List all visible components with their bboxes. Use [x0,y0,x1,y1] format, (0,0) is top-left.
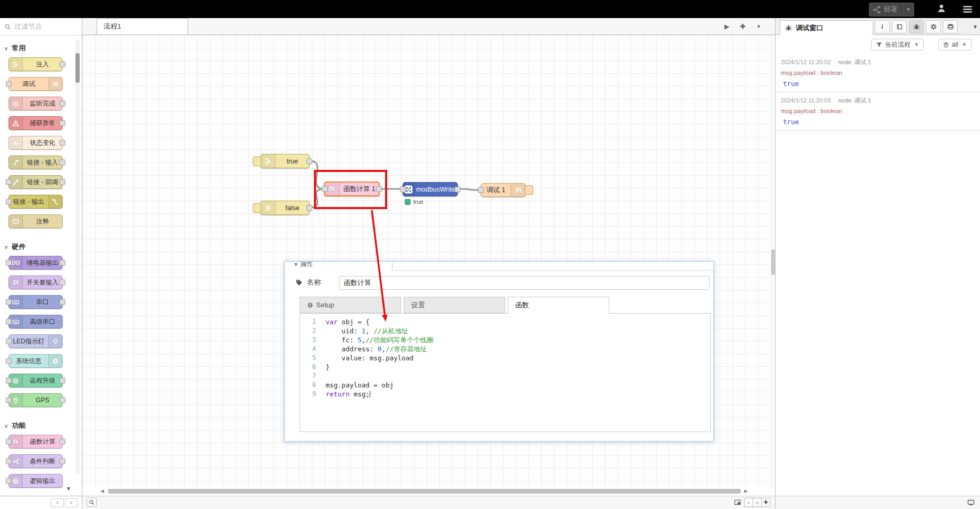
debug-button-tab[interactable] [525,185,533,195]
comment-icon [9,215,23,228]
inject-button-tab[interactable] [253,157,261,166]
debug-filter-button[interactable]: 当前流程 ▼ [871,39,924,50]
flow-node-调试 1[interactable]: 调试 1 [481,183,526,197]
palette-node-系统信息[interactable]: 系统信息 [8,354,63,368]
palette-node-调试[interactable]: 调试 [8,77,63,91]
canvas-vertical-scrollbar[interactable] [771,35,775,488]
zoom-in-button[interactable]: ✚ [761,498,770,507]
sidebar-footer [776,496,980,509]
output-port[interactable] [306,158,312,164]
palette-node-LED指示灯[interactable]: LED指示灯 [8,334,63,348]
palette-section-header[interactable]: ∨常用 [0,36,74,57]
debug-tab[interactable]: 调试窗口 [780,20,873,35]
flow-node-函数计算 1[interactable]: fx函数计算 1 [324,182,380,196]
palette-collapse-caret[interactable]: ▼ [66,486,71,491]
palette-search-box[interactable]: 过滤节点 [0,18,82,36]
palette-node-label: 开关量输入 [23,278,62,287]
zoom-reset-button[interactable]: ○ [753,498,762,507]
linkin-icon [9,156,23,169]
palette-node-label: 高级串口 [23,317,62,326]
add-flow-icon[interactable]: ✚ [740,23,745,30]
palette-node-条件判断[interactable]: 条件判断 [8,454,63,468]
output-port[interactable] [376,186,382,192]
flow-node-modbusWrite[interactable]: modbusWrite [403,182,458,196]
palette-node-捕获异常[interactable]: 捕获异常 [8,116,63,130]
palette-node-高级串口[interactable]: 高级串口 [8,315,63,329]
code-line: var obj = { [326,317,709,326]
output-port [59,140,65,146]
chevron-down-icon: ▼ [914,42,919,47]
palette-section-header[interactable]: ∨硬件 [0,234,74,256]
palette-node-串口[interactable]: 串口 [8,295,63,309]
flow-node-label: false [276,204,309,212]
monitor-icon[interactable] [967,499,975,506]
palette-node-逻辑输出[interactable]: 逻辑输出 [8,474,63,488]
input-port[interactable] [478,187,484,193]
line-number: 3 [300,335,322,344]
inject-button-tab[interactable] [253,203,261,213]
palette-node-链接 - 输入[interactable]: 链接 - 输入 [8,156,63,169]
flow-node-false[interactable]: false [260,201,310,215]
output-port [59,260,65,266]
collapse-all-button[interactable]: ∧ [51,498,64,507]
deploy-button[interactable]: 部署 ▼ [869,3,914,16]
inject-icon [261,201,276,214]
scroll-right-icon[interactable]: ▶ [744,488,748,494]
search-icon [4,23,11,30]
scroll-left-icon[interactable]: ◀ [100,488,104,494]
message-value: true [783,118,975,126]
flow-node-true[interactable]: true [260,154,310,168]
debug-tab-button[interactable] [909,20,924,33]
zoom-out-button[interactable]: − [744,498,753,507]
navigator-button[interactable] [731,498,743,507]
canvas-horizontal-scrollbar[interactable]: ◀ ▶ [82,488,775,496]
debug-icon [510,184,525,196]
DI-icon: DI [9,276,23,289]
context-tab-button[interactable] [943,20,958,33]
info-tab-button[interactable]: i [875,20,890,33]
palette-node-继电器输出[interactable]: DO继电器输出 [8,256,63,270]
palette-node-注入[interactable]: 注入 [8,57,63,71]
funnel-icon [876,41,882,48]
flow-canvas[interactable]: truefalsefx函数计算 1modbusWritetrue调试 1 ▾ 属… [82,35,771,488]
palette-node-label: GPS [23,396,62,404]
help-tab-button[interactable] [892,20,907,33]
config-tab-button[interactable] [926,20,941,33]
expand-all-button[interactable]: ∨ [65,498,78,507]
hamburger-menu-icon[interactable] [962,4,973,14]
flow-tab[interactable]: 流程1 [97,18,188,34]
tab-list-icon[interactable]: ▶ [725,23,729,30]
palette-node-注释[interactable]: 注释 [8,214,63,228]
input-port[interactable] [400,186,406,192]
palette-node-监听完成[interactable]: 监听完成 [8,97,63,110]
debug-clear-button[interactable]: all ▼ [938,39,972,50]
debug-message[interactable]: 2024/1/12 11:20:02node: 调试 1msg.payload … [776,54,980,92]
palette-node-开关量输入[interactable]: DI开关量输入 [8,275,63,289]
sidebar-menu-caret[interactable]: ▼ [973,24,978,30]
input-port[interactable] [322,186,328,192]
dialog-tab-Setup[interactable]: Setup [300,297,401,313]
palette-node-远程升级[interactable]: 远程升级 [8,374,63,387]
palette-node-label: 捕获异常 [23,119,62,128]
palette-node-链接 - 回调[interactable]: 链接 - 回调 [8,175,63,189]
palette-node-状态变化[interactable]: 状态变化 [8,136,63,150]
canvas-search-button[interactable] [87,498,97,507]
line-number: 7 [300,372,322,381]
palette-node-链接 - 输出[interactable]: 链接 - 输出 [8,195,63,209]
palette-section-header[interactable]: ∨功能 [0,413,74,435]
deploy-options-caret[interactable]: ▼ [903,7,914,12]
name-input[interactable]: 函数计算 [339,276,710,290]
dialog-tab-函数[interactable]: 函数 [508,297,609,314]
palette-scrollbar[interactable] [75,39,80,475]
debug-message[interactable]: 2024/1/12 11:20:03node: 调试 1msg.payload … [776,92,980,131]
palette-node-函数计算[interactable]: fx函数计算 [8,435,63,448]
palette-node-GPS[interactable]: GPS [8,393,63,407]
output-port[interactable] [455,186,461,192]
tray-divider [392,261,713,271]
palette-node-label: 串口 [23,298,62,307]
code-editor[interactable]: 123456789 var obj = { uid: 1, //从机地址 fc:… [300,313,711,432]
dialog-tab-设置[interactable]: 设置 [404,297,505,313]
user-icon[interactable] [937,4,946,13]
output-port[interactable] [306,205,312,211]
tab-menu-caret[interactable]: ▼ [756,24,761,29]
